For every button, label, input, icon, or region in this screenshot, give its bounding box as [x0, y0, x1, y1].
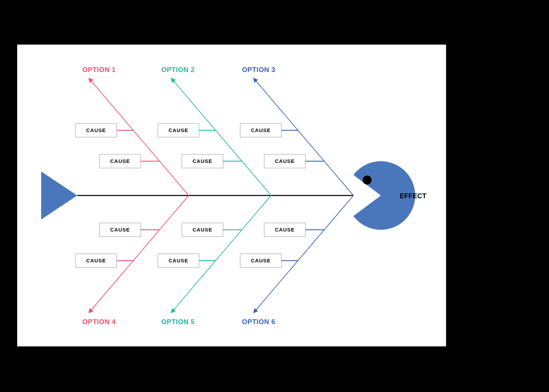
- bone1-cause1-text: CAUSE: [86, 127, 106, 133]
- fish-tail: [41, 171, 77, 219]
- bone4-cause2-text: CAUSE: [86, 258, 106, 263]
- diagram-canvas: EFFECT OPTION 1 CAUSE CAUSE OPTION 2 CAU…: [17, 45, 446, 346]
- bone-option-6: [256, 195, 353, 310]
- bone-option-1: [91, 81, 189, 195]
- bone6-cause2-text: CAUSE: [251, 258, 271, 263]
- bone5-cause2-text: CAUSE: [168, 258, 188, 263]
- bone6-cause1-text: CAUSE: [275, 227, 295, 233]
- bone5-cause1-text: CAUSE: [192, 227, 212, 233]
- bone-option-5: [173, 195, 271, 310]
- option-5-label: OPTION 5: [161, 318, 195, 325]
- svg-point-0: [363, 176, 372, 185]
- bone2-cause1-text: CAUSE: [168, 127, 188, 133]
- option-1-label: OPTION 1: [82, 66, 116, 73]
- bone-option-3: [256, 81, 353, 195]
- bone1-cause2-text: CAUSE: [110, 158, 130, 164]
- option-4-label: OPTION 4: [82, 318, 116, 325]
- bone3-cause2-text: CAUSE: [275, 158, 295, 164]
- bone2-cause2-text: CAUSE: [192, 158, 212, 164]
- option-6-label: OPTION 6: [242, 318, 275, 325]
- option-2-label: OPTION 2: [161, 66, 195, 73]
- effect-label: EFFECT: [400, 192, 427, 200]
- bone4-cause1-text: CAUSE: [110, 227, 130, 233]
- option-3-label: OPTION 3: [242, 66, 275, 73]
- bone3-cause1-text: CAUSE: [251, 127, 271, 133]
- bone-option-4: [91, 195, 189, 310]
- bone-option-2: [173, 81, 271, 195]
